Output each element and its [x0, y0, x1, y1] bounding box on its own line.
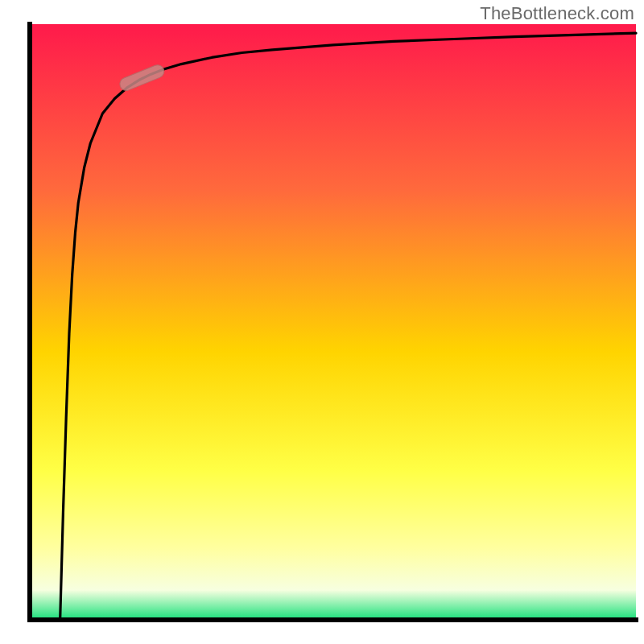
plot-background	[30, 24, 636, 620]
chart-svg	[0, 0, 644, 644]
chart-stage: TheBottleneck.com	[0, 0, 644, 644]
